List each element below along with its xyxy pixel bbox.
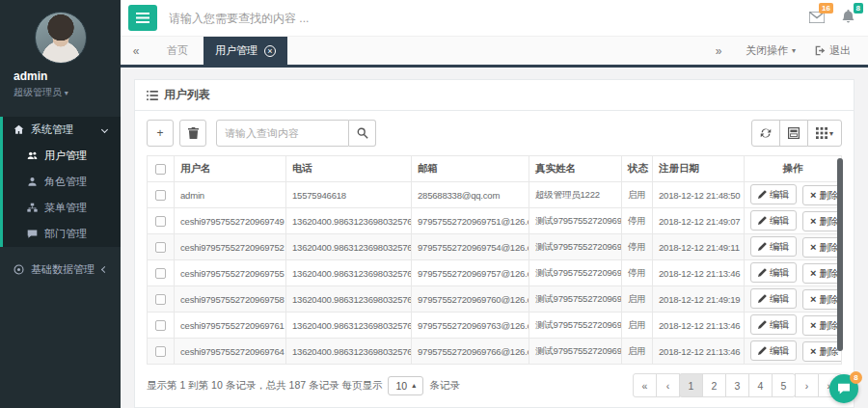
home-icon	[14, 124, 24, 135]
global-search-input[interactable]	[169, 12, 792, 25]
delete-selected-button[interactable]	[179, 120, 206, 147]
menu-label: 菜单管理	[44, 201, 87, 215]
messages-button[interactable]: 16	[809, 10, 825, 27]
query-input[interactable]	[216, 120, 349, 147]
edit-button[interactable]: 编辑	[750, 340, 797, 361]
notifications-button[interactable]: 8	[842, 10, 854, 27]
delete-button[interactable]: × 删除	[802, 289, 842, 310]
x-icon: ×	[810, 242, 816, 253]
table-row: ceshi97957552720969749 13620400.98631236…	[148, 208, 842, 234]
delete-button[interactable]: × 删除	[802, 185, 842, 205]
sitemap-icon	[27, 203, 38, 213]
page-button-1[interactable]: 1	[679, 373, 703, 397]
sidebar-item-role-management[interactable]: 角色管理	[3, 169, 121, 195]
toolbar-right: ▾	[752, 120, 842, 147]
table-row: ceshi97957552720969755 13620400.98631236…	[148, 260, 842, 286]
cell-username: ceshi97957552720969752	[175, 234, 286, 260]
avatar[interactable]	[35, 12, 87, 64]
row-checkbox[interactable]	[155, 268, 166, 279]
edit-button[interactable]: 编辑	[750, 210, 797, 231]
edit-button[interactable]: 编辑	[750, 314, 797, 335]
query-group	[216, 120, 376, 147]
tab-scroll-left-button[interactable]: «	[121, 37, 151, 65]
edit-button[interactable]: 编辑	[750, 184, 797, 204]
refresh-button[interactable]	[751, 120, 780, 147]
pencil-icon	[758, 216, 767, 225]
sidebar-item-basic-data-management[interactable]: 基础数据管理	[0, 257, 121, 283]
table-header-row: 用户名 电话 邮箱 真实姓名 状态 注册日期 操作	[148, 156, 842, 182]
cell-realname: 测试97957552720969759	[529, 286, 622, 313]
sidebar-item-department-management[interactable]: 部门管理	[3, 221, 121, 247]
panel-title: 用户列表	[164, 87, 210, 103]
delete-button[interactable]: × 删除	[802, 315, 842, 336]
chevron-down-icon: ▾	[792, 46, 796, 55]
prev-page-button[interactable]: ‹	[656, 373, 680, 397]
table-row: ceshi97957552720969761 13620400.98631236…	[148, 313, 842, 339]
tab-scroll-right-button[interactable]: »	[703, 44, 734, 58]
row-checkbox[interactable]	[155, 242, 166, 253]
cell-realname: 测试97957552720969762	[529, 313, 622, 339]
cell-username: ceshi97957552720969749	[175, 208, 286, 234]
close-tab-icon[interactable]: ×	[264, 45, 276, 57]
table-scrollbar[interactable]	[837, 158, 843, 351]
cell-date: 2018-12-12 21:13:46	[653, 260, 745, 286]
page-button-5[interactable]: 5	[772, 373, 796, 397]
delete-button[interactable]: × 删除	[802, 237, 842, 258]
toggle-view-button[interactable]	[779, 120, 808, 147]
row-checkbox[interactable]	[155, 320, 166, 331]
col-email: 邮箱	[412, 156, 529, 182]
cell-date: 2018-12-12 21:49:19	[653, 286, 745, 313]
select-all-checkbox[interactable]	[155, 164, 166, 175]
tab-label: 用户管理	[215, 43, 258, 58]
chevron-left-icon	[101, 266, 108, 273]
first-page-button[interactable]: «	[633, 373, 657, 397]
sidebar-item-menu-management[interactable]: 菜单管理	[3, 195, 121, 221]
cell-date: 2018-12-12 21:49:11	[653, 234, 745, 260]
row-checkbox[interactable]	[155, 294, 166, 305]
cell-status: 停用	[622, 234, 653, 260]
delete-button[interactable]: × 删除	[802, 263, 842, 284]
refresh-icon	[760, 127, 772, 139]
cell-phone: 13620400.9863123698032576	[286, 208, 412, 234]
next-page-button[interactable]: ›	[795, 373, 819, 397]
chevron-down-icon	[101, 126, 108, 133]
edit-button[interactable]: 编辑	[750, 236, 797, 257]
x-icon: ×	[810, 216, 816, 227]
chat-fab-button[interactable]: 8	[829, 374, 858, 403]
cell-phone: 13620400.9863123698032576	[286, 286, 412, 313]
logout-button[interactable]: 退出	[807, 37, 858, 65]
cell-email: 97957552720969763@126.com	[412, 313, 529, 339]
tab-user-management[interactable]: 用户管理 ×	[203, 37, 287, 65]
sidebar-toggle-button[interactable]	[128, 5, 157, 31]
delete-label: 删除	[819, 267, 838, 281]
page-size-select[interactable]: 10 ▴	[388, 376, 423, 395]
columns-dropdown-button[interactable]: ▾	[807, 120, 842, 147]
delete-button[interactable]: × 删除	[802, 211, 842, 231]
user-role-dropdown[interactable]: 超级管理员 ▾	[0, 83, 121, 99]
cell-phone: 13620400.9863123698032576	[286, 260, 412, 286]
close-operations-dropdown[interactable]: 关闭操作 ▾	[738, 37, 803, 65]
page-button-4[interactable]: 4	[748, 373, 773, 397]
edit-button[interactable]: 编辑	[750, 262, 797, 283]
col-realname: 真实姓名	[529, 156, 622, 182]
row-checkbox[interactable]	[155, 216, 166, 227]
page-button-3[interactable]: 3	[725, 373, 749, 397]
col-status: 状态	[622, 156, 653, 182]
col-operations: 操作	[745, 156, 842, 182]
user-profile: admin 超级管理员 ▾	[0, 0, 121, 107]
page-button-2[interactable]: 2	[702, 373, 726, 397]
add-button[interactable]: +	[147, 120, 174, 147]
cell-phone: 13620400.9863123698032576	[286, 313, 412, 339]
cell-date: 2018-12-12 21:13:46	[653, 313, 745, 339]
sidebar-item-user-management[interactable]: 用户管理	[3, 143, 121, 169]
delete-button[interactable]: × 删除	[802, 341, 842, 362]
x-icon: ×	[810, 320, 816, 331]
col-date: 注册日期	[653, 156, 745, 182]
search-button[interactable]	[349, 120, 376, 147]
row-checkbox[interactable]	[155, 346, 166, 357]
edit-button[interactable]: 编辑	[750, 288, 797, 309]
tab-home[interactable]: 首页	[151, 37, 203, 65]
sidebar-item-system-management[interactable]: 系统管理	[3, 117, 121, 143]
user-icon	[27, 177, 38, 187]
row-checkbox[interactable]	[155, 190, 166, 201]
